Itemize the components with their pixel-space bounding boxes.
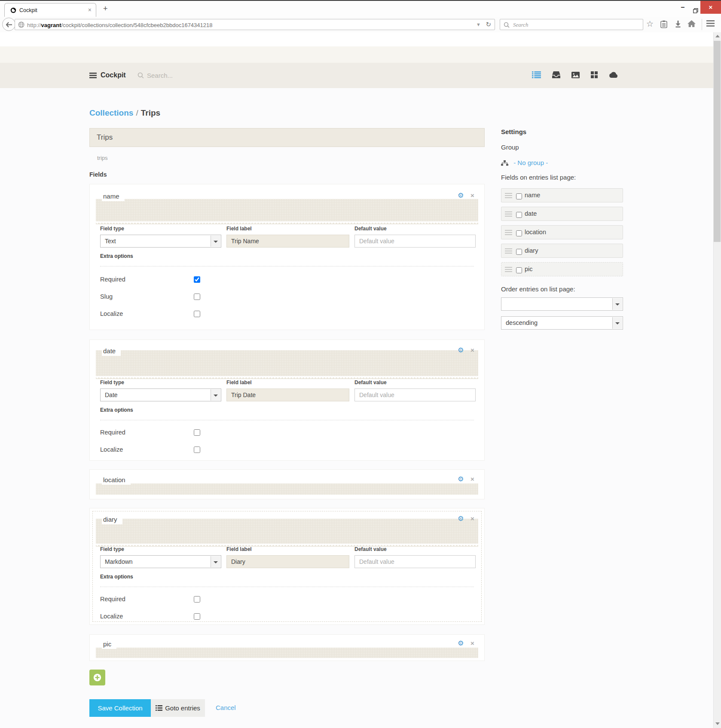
url-path: /cockpit/collections/collection/548cfcbe… (61, 22, 213, 28)
option-checkbox-required[interactable] (194, 596, 200, 603)
field-settings-gear-icon[interactable]: ⚙ (458, 192, 464, 199)
option-row-localize: Localize (100, 612, 123, 621)
option-checkbox-required[interactable] (194, 276, 200, 283)
option-checkbox-localize[interactable] (194, 613, 200, 620)
default-value-input[interactable] (354, 555, 476, 568)
option-label: Slug (100, 293, 113, 300)
drag-handle-icon[interactable] (505, 230, 512, 235)
group-value-link[interactable]: - No group - (513, 159, 548, 166)
default-value-input[interactable] (354, 235, 476, 248)
drag-handle-icon[interactable] (505, 248, 512, 254)
home-icon[interactable] (687, 20, 696, 29)
url-bar[interactable]: http://vagrant/cockpit/collections/colle… (15, 19, 495, 30)
field-type-value: Date (105, 392, 118, 398)
sidebar-field-item-diary[interactable]: diary (501, 244, 623, 258)
field-type-select[interactable]: Date (100, 388, 221, 401)
drag-handle-icon[interactable] (505, 193, 512, 198)
browser-titlebar: Cockpit × + – × (0, 0, 721, 18)
field-name-label[interactable]: location (102, 475, 131, 485)
tab-close-icon[interactable]: × (88, 6, 92, 13)
cancel-link[interactable]: Cancel (216, 704, 236, 711)
window-close-button[interactable]: × (700, 1, 721, 14)
order-direction-select[interactable]: descending (501, 316, 623, 330)
menu-hamburger-icon[interactable] (706, 20, 715, 28)
scrollbar-up-arrow[interactable] (715, 35, 720, 37)
bookmarks-clipboard-icon[interactable] (660, 20, 667, 30)
url-host: vagrant (41, 22, 61, 28)
option-checkbox-slug[interactable] (194, 294, 200, 300)
field-label-input[interactable] (226, 555, 349, 568)
drag-handle-icon[interactable] (505, 211, 512, 217)
collection-name-input[interactable] (89, 128, 485, 147)
field-label-input[interactable] (226, 388, 349, 401)
sidebar-field-item-pic[interactable]: pic (501, 262, 623, 276)
breadcrumb-collections-link[interactable]: Collections (89, 108, 133, 117)
option-checkbox-localize[interactable] (194, 447, 200, 453)
field-remove-icon[interactable]: × (470, 347, 474, 354)
order-direction-value: descending (506, 319, 538, 326)
default-value-input[interactable] (354, 388, 476, 401)
page-subheader-strip (0, 46, 721, 63)
media-image-icon[interactable] (571, 72, 580, 80)
option-checkbox-required[interactable] (194, 429, 200, 436)
field-remove-icon[interactable]: × (470, 640, 474, 647)
field-type-value: Text (105, 238, 116, 245)
field-name-label[interactable]: diary (102, 514, 122, 524)
field-remove-icon[interactable]: × (470, 515, 474, 522)
downloads-icon[interactable] (675, 20, 681, 29)
field-settings-gear-icon[interactable]: ⚙ (458, 347, 464, 354)
save-collection-button[interactable]: Save Collection (89, 699, 151, 717)
app-search-icon (137, 72, 144, 80)
field-remove-icon[interactable]: × (470, 192, 474, 199)
reload-icon[interactable]: ↻ (486, 21, 491, 28)
window-minimize-button[interactable]: – (675, 1, 690, 14)
field-remove-icon[interactable]: × (470, 476, 474, 483)
option-checkbox-localize[interactable] (194, 311, 200, 317)
field-settings-gear-icon[interactable]: ⚙ (458, 515, 464, 522)
app-menu-icon[interactable] (89, 72, 97, 80)
field-settings-gear-icon[interactable]: ⚙ (458, 476, 464, 483)
app-brand[interactable]: Cockpit (101, 71, 126, 79)
scrollbar-down-arrow[interactable] (715, 722, 720, 725)
url-dropdown-icon[interactable]: ▼ (476, 22, 481, 27)
modules-grid-icon[interactable] (591, 71, 598, 80)
bookmark-star-icon[interactable]: ☆ (646, 19, 654, 29)
field-name-label[interactable]: date (102, 346, 121, 356)
field-type-select[interactable]: Text (100, 235, 221, 248)
add-field-button[interactable] (89, 670, 105, 685)
group-row[interactable]: - No group - (501, 159, 548, 166)
sidebar-field-checkbox-diary[interactable] (516, 249, 522, 255)
forms-inbox-icon[interactable] (552, 71, 560, 80)
browser-search-box[interactable] (500, 19, 643, 30)
sidebar-field-checkbox-pic[interactable] (516, 267, 522, 273)
field-label-label: Field label (226, 226, 349, 232)
collections-list-icon[interactable] (532, 71, 541, 80)
drag-handle-icon[interactable] (505, 267, 512, 272)
sidebar-field-checkbox-name[interactable] (516, 193, 522, 199)
browser-tab[interactable]: Cockpit × (4, 3, 96, 18)
field-name-band (96, 648, 478, 658)
option-label: Required (100, 429, 125, 436)
new-tab-button[interactable]: + (103, 4, 108, 13)
sidebar-field-checkbox-date[interactable] (516, 212, 522, 218)
sidebar-field-item-location[interactable]: location (501, 225, 623, 239)
field-type-select[interactable]: Markdown (100, 555, 221, 568)
app-search-input[interactable]: Search... (147, 72, 173, 79)
option-label: Required (100, 596, 125, 603)
goto-entries-button[interactable]: Goto entries (151, 699, 205, 717)
field-label-input[interactable] (226, 235, 349, 248)
chevron-down-icon (211, 236, 220, 247)
sidebar-field-item-name[interactable]: name (501, 188, 623, 202)
cloud-icon[interactable] (609, 72, 618, 80)
field-name-label[interactable]: pic (102, 639, 116, 649)
field-name-label[interactable]: name (102, 191, 125, 201)
option-row-required: Required (100, 275, 125, 284)
browser-search-input[interactable] (512, 20, 639, 30)
back-button[interactable] (2, 18, 15, 31)
sidebar-field-item-date[interactable]: date (501, 207, 623, 221)
field-name-band (96, 199, 478, 221)
order-field-select[interactable] (501, 297, 623, 311)
field-settings-gear-icon[interactable]: ⚙ (458, 640, 464, 647)
sidebar-field-checkbox-location[interactable] (516, 230, 522, 236)
scrollbar-thumb[interactable] (714, 41, 721, 242)
